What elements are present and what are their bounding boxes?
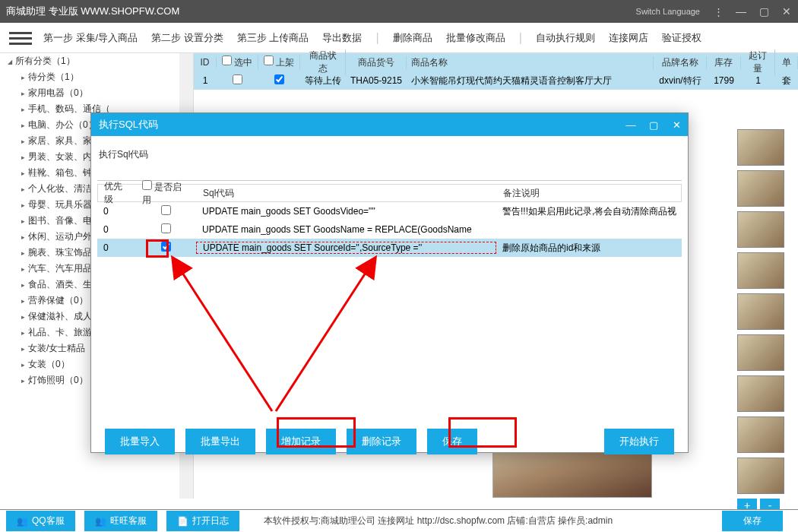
tree-root[interactable]: 所有分类（1）: [0, 53, 193, 69]
main-toolbar: 第一步 采集/导入商品 第二步 设置分类 第三步 上传商品 导出数据 | 删除商…: [0, 23, 798, 53]
export-data[interactable]: 导出数据: [322, 31, 362, 45]
product-thumb[interactable]: [737, 375, 784, 412]
batch-modify[interactable]: 批量修改商品: [446, 31, 505, 45]
wangwang-support-button[interactable]: 👥旺旺客服: [84, 511, 157, 531]
dialog-close[interactable]: ✕: [665, 119, 688, 131]
qq-support-button[interactable]: 👥QQ客服: [6, 511, 75, 531]
save-button[interactable]: 保存: [427, 429, 477, 454]
svg-line-0: [181, 271, 272, 411]
verify-auth[interactable]: 验证授权: [662, 31, 701, 45]
annotation-arrows: [143, 252, 424, 419]
delete-products[interactable]: 删除商品: [393, 31, 432, 45]
col-name[interactable]: 商品名称: [407, 56, 654, 69]
more-icon[interactable]: ⋮: [714, 6, 724, 17]
run-button[interactable]: 开始执行: [604, 429, 674, 454]
status-bar: 👥QQ客服 👥旺旺客服 📄打开日志 本软件授权与:商城助理公司 连接网址 htt…: [0, 509, 798, 532]
col-status[interactable]: 商品状态: [300, 49, 346, 75]
dialog-titlebar[interactable]: 执行SQL代码 — ▢ ✕: [91, 113, 688, 136]
svg-line-1: [276, 271, 367, 411]
sql-enable-checkbox[interactable]: [161, 242, 171, 252]
sql-enable-checkbox[interactable]: [161, 205, 171, 215]
maximize-button[interactable]: ▢: [752, 0, 775, 23]
step-1[interactable]: 第一步 采集/导入商品: [43, 31, 138, 45]
people-icon: 👥: [17, 516, 28, 527]
product-thumb[interactable]: [737, 416, 784, 453]
step-2[interactable]: 第二步 设置分类: [151, 31, 223, 45]
main-save-button[interactable]: 保存: [722, 511, 783, 531]
row-select[interactable]: [233, 74, 242, 84]
product-thumb[interactable]: [737, 129, 784, 166]
close-button[interactable]: ✕: [775, 0, 798, 23]
open-log-button[interactable]: 📄打开日志: [166, 511, 239, 531]
document-icon: 📄: [177, 516, 188, 527]
col-sku[interactable]: 商品货号: [346, 56, 407, 69]
tree-item[interactable]: 家用电器（0）: [0, 85, 193, 101]
switch-language-link[interactable]: Switch Language: [636, 7, 700, 16]
step-3[interactable]: 第三步 上传商品: [237, 31, 309, 45]
col-onsale[interactable]: 上架: [258, 55, 300, 69]
product-thumb[interactable]: [737, 252, 784, 289]
col-id[interactable]: ID: [194, 57, 217, 68]
dialog-subtitle: 执行Sql代码: [99, 148, 680, 161]
batch-export-button[interactable]: 批量导出: [185, 429, 255, 454]
auto-rules[interactable]: 自动执行规则: [536, 31, 595, 45]
col-stock[interactable]: 库存: [707, 56, 741, 69]
batch-import-button[interactable]: 批量导入: [105, 429, 175, 454]
dialog-title: 执行SQL代码: [99, 118, 619, 131]
sql-row[interactable]: 0 UPDATE main_goods SET GoodsVideo="" 警告…: [97, 202, 682, 220]
thumbnail-panel: + -: [737, 129, 792, 512]
delete-record-button[interactable]: 删除记录: [347, 429, 416, 454]
connect-shop[interactable]: 连接网店: [609, 31, 648, 45]
product-thumb[interactable]: [737, 458, 784, 494]
table-row[interactable]: 1 等待上传 THA05-9215 小米智能吊灯现代简约天猫精灵语音控制客厅大厅…: [194, 71, 798, 90]
sql-enable-checkbox[interactable]: [161, 223, 171, 233]
col-selected[interactable]: 选中: [217, 55, 258, 69]
product-thumb[interactable]: [737, 211, 784, 248]
col-min[interactable]: 起订量: [741, 49, 775, 75]
onsale-all-checkbox[interactable]: [264, 55, 274, 65]
add-record-button[interactable]: 增加记录: [266, 429, 336, 454]
enable-all-checkbox[interactable]: [142, 180, 152, 190]
sql-row-selected[interactable]: 0 UPDATE main_goods SET SourceId='',Sour…: [97, 239, 682, 257]
tree-item[interactable]: 待分类（1）: [0, 69, 193, 85]
col-brand[interactable]: 品牌名称: [654, 56, 707, 69]
dialog-maximize[interactable]: ▢: [642, 119, 665, 131]
sql-dialog: 执行SQL代码 — ▢ ✕ 执行Sql代码 优先级 是否启用 Sql代码 备注说…: [90, 112, 689, 453]
people-icon: 👥: [95, 516, 106, 527]
window-titlebar: 商城助理 专业版 WWW.SHOPFW.COM Switch Language …: [0, 0, 798, 23]
app-title: 商城助理 专业版 WWW.SHOPFW.COM: [6, 5, 636, 18]
dialog-search[interactable]: [97, 167, 682, 181]
minimize-button[interactable]: —: [730, 0, 752, 23]
hamburger-icon[interactable]: [9, 29, 32, 47]
product-thumb[interactable]: [737, 293, 784, 330]
dialog-button-row: 批量导入 批量导出 增加记录 删除记录 保存 开始执行: [91, 421, 688, 462]
dialog-minimize[interactable]: —: [619, 119, 642, 131]
product-table-header: ID 选中 上架 商品状态 商品货号 商品名称 品牌名称 库存 起订量 单: [194, 53, 798, 71]
sql-editing-cell[interactable]: UPDATE main_goods SET SourceId='',Source…: [196, 242, 496, 254]
sql-row[interactable]: 0 UPDATE main_goods SET GoodsName = REPL…: [97, 220, 682, 239]
row-onsale[interactable]: [274, 74, 284, 84]
select-all-checkbox[interactable]: [222, 55, 232, 65]
product-thumb[interactable]: [737, 334, 784, 371]
product-thumb[interactable]: [737, 170, 784, 207]
col-unit[interactable]: 单: [775, 56, 798, 69]
status-text: 本软件授权与:商城助理公司 连接网址 http://dsc.shopfw.com…: [264, 515, 613, 527]
sql-table-header: 优先级 是否启用 Sql代码 备注说明: [97, 184, 682, 202]
